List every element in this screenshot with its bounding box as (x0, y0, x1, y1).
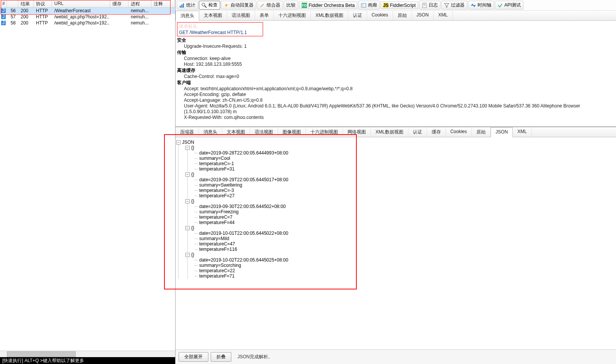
tree-leaf[interactable]: temperatureF=27 (195, 193, 615, 198)
session-row[interactable]: J 56 200 HTTP /WeatherForecast nemuh... (0, 8, 175, 14)
resptab-caching[interactable]: 缓存 (427, 127, 446, 137)
col-hash[interactable]: # (0, 0, 7, 7)
reqtab-cookies[interactable]: Cookies (367, 11, 393, 20)
svg-text:J: J (2, 15, 5, 19)
tab-gallery[interactable]: 画廊 (358, 1, 380, 10)
svg-point-9 (202, 3, 205, 6)
filter-icon (444, 3, 449, 8)
tree-leaf[interactable]: date=2019-10-01T22:00:05.6445022+08:00 (195, 231, 615, 236)
tree-leaf[interactable]: temperatureF=44 (195, 220, 615, 225)
left-h-scroll[interactable] (0, 351, 175, 357)
collapse-icon[interactable]: − (185, 172, 190, 177)
quick-exec-text: [快速执行] ALT+Q >键入帮助以了解更多 (2, 358, 84, 364)
json-tree[interactable]: −JSON −{}date=2019-09-28T22:00:05.644499… (176, 137, 616, 349)
collapse-icon[interactable]: − (185, 226, 190, 230)
col-result[interactable]: 结果 (18, 0, 34, 7)
tab-autoresponder[interactable]: 自动回复器 (221, 1, 256, 10)
col-cache[interactable]: 缓存 (110, 0, 128, 7)
collapse-button[interactable]: 折叠 (211, 352, 231, 362)
tab-inspect[interactable]: 检查 (199, 1, 220, 10)
collapse-icon[interactable]: − (185, 146, 190, 150)
svg-marker-11 (225, 3, 228, 8)
tree-leaf[interactable]: summary=Scorching (195, 263, 615, 268)
header-line: X-Requested-With: com.qihoo.contents (177, 115, 614, 120)
reqtab-auth[interactable]: 认证 (348, 11, 367, 20)
tab-compare[interactable]: 比较 (284, 1, 298, 10)
resptab-syntax[interactable]: 语法视图 (250, 127, 278, 137)
session-row[interactable]: J 57 200 HTTP /webid_api.php?host=192...… (0, 14, 175, 20)
response-tabstrip: 压缩器 消息头 文本视图 语法视图 图像视图 十六进制视图 网络视图 XML数据… (176, 127, 616, 137)
tree-leaf[interactable]: summary=Sweltering (195, 182, 615, 188)
resptab-webview[interactable]: 网络视图 (343, 127, 371, 137)
tree-leaf[interactable]: temperatureF=116 (195, 247, 615, 252)
col-proto[interactable]: 协议 (34, 0, 52, 7)
reqtab-json[interactable]: JSON (412, 11, 434, 20)
tree-root: JSON (182, 140, 194, 145)
header-line: User-Agent: Mozilla/5.0 (Linux; Android … (177, 103, 614, 115)
reqtab-form[interactable]: 表单 (255, 11, 274, 20)
tab-composer[interactable]: 组合器 (257, 1, 283, 10)
tree-leaf[interactable]: date=2019-10-02T22:00:05.6445025+08:00 (195, 257, 615, 263)
tree-leaf[interactable]: temperatureC=7 (195, 214, 615, 220)
scroll-thumb[interactable] (7, 351, 76, 357)
tab-apitest[interactable]: API测试 (495, 1, 523, 10)
tab-timeline[interactable]: 时间轴 (468, 1, 494, 10)
col-id[interactable] (7, 0, 18, 7)
collapse-icon[interactable]: − (185, 199, 190, 203)
tree-leaf[interactable]: temperatureC=47 (195, 241, 615, 247)
tree-leaf[interactable]: date=2019-09-30T22:00:05.644502+08:00 (195, 204, 615, 209)
tab-fiddlerscript[interactable]: JSFiddlerScript (380, 2, 418, 9)
resptab-transformer[interactable]: 压缩器 (176, 127, 199, 137)
resptab-headers[interactable]: 消息头 (199, 127, 222, 137)
resptab-textview[interactable]: 文本视图 (222, 127, 250, 137)
tab-filters[interactable]: 过滤器 (441, 1, 467, 10)
svg-rect-8 (183, 3, 184, 8)
stats-icon (179, 3, 185, 8)
tab-statistics[interactable]: 统计 (177, 1, 198, 10)
reqtab-syntax[interactable]: 语法视图 (227, 11, 255, 20)
reqtab-headers[interactable]: 消息头 (176, 11, 199, 21)
resptab-auth[interactable]: 认证 (408, 127, 427, 137)
tree-leaf[interactable]: date=2019-09-28T22:00:05.6444993+08:00 (195, 150, 615, 156)
svg-line-10 (205, 6, 206, 8)
resptab-json[interactable]: JSON (491, 127, 513, 137)
reqtab-raw[interactable]: 原始 (393, 11, 412, 20)
resptab-cookies[interactable]: Cookies (446, 127, 472, 137)
collapse-icon[interactable]: − (185, 253, 190, 257)
resptab-hex[interactable]: 十六进制视图 (306, 127, 343, 137)
col-url[interactable]: URL (52, 0, 110, 7)
col-note[interactable]: 注释 (151, 0, 175, 7)
tree-leaf[interactable]: summary=Cool (195, 156, 615, 161)
tree-leaf[interactable]: date=2019-09-29T22:00:05.6445017+08:00 (195, 177, 615, 182)
reqtab-xml[interactable]: XML数据视图 (311, 11, 348, 20)
check-icon (497, 3, 503, 8)
request-line: GET /WeatherForecast HTTP/1.1 (179, 30, 247, 35)
collapse-icon[interactable]: − (176, 140, 180, 145)
tree-leaf[interactable]: temperatureC=-1 (195, 161, 615, 166)
resptab-xml[interactable]: XML (513, 127, 532, 137)
tree-leaf[interactable]: temperatureC=-3 (195, 188, 615, 193)
quick-exec-bar[interactable]: [快速执行] ALT+Q >键入帮助以了解更多 (0, 357, 175, 364)
resptab-xmldata[interactable]: XML数据视图 (371, 127, 408, 137)
sessions-pane: # 结果 协议 URL 缓存 进程 注释 J 56 200 HTTP /Weat… (0, 0, 176, 364)
reqtab-hex[interactable]: 十六进制视图 (274, 11, 311, 20)
tab-orchestra[interactable]: FOFiddler Orchestra Beta (299, 2, 358, 9)
header-line: Connection: keep-alive (177, 56, 614, 62)
sessions-rows[interactable]: J 56 200 HTTP /WeatherForecast nemuh... … (0, 8, 175, 351)
svg-text:J: J (2, 21, 5, 25)
tab-log[interactable]: 日志 (419, 1, 440, 10)
tree-leaf[interactable]: temperatureF=71 (195, 273, 615, 279)
js-icon: JS (383, 3, 388, 8)
resptab-raw[interactable]: 原始 (472, 127, 491, 137)
tree-leaf[interactable]: temperatureF=31 (195, 166, 615, 172)
resptab-imageview[interactable]: 图像视图 (278, 127, 306, 137)
reqtab-textview[interactable]: 文本视图 (199, 11, 227, 20)
expand-all-button[interactable]: 全部展开 (179, 352, 208, 362)
reqtab-xml2[interactable]: XML (434, 11, 453, 20)
tree-leaf[interactable]: summary=Mild (195, 236, 615, 241)
tree-leaf[interactable]: summary=Freezing (195, 209, 615, 214)
col-proc[interactable]: 进程 (128, 0, 151, 7)
right-pane: 统计 检查 自动回复器 组合器 比较 FOFiddler Orchestra B… (176, 0, 616, 364)
session-row[interactable]: J 58 200 HTTP /webid_api.php?host=192...… (0, 20, 175, 26)
tree-leaf[interactable]: temperatureC=22 (195, 268, 615, 273)
